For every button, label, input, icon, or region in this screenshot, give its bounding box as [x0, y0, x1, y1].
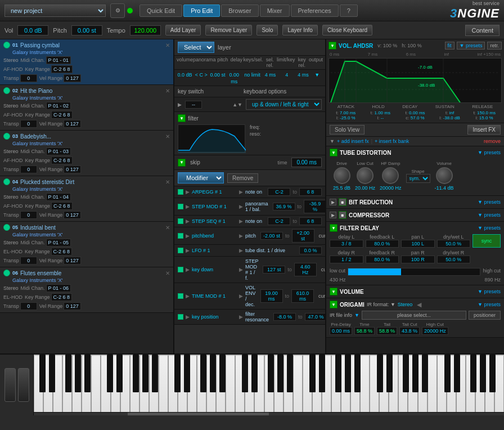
key-range-val[interactable]: C-2 6 8	[51, 156, 73, 164]
mod-from[interactable]: 36.9 %	[273, 203, 295, 210]
solo-view-btn[interactable]: Solo View	[330, 125, 364, 135]
key-range-val[interactable]: C-2 6 8	[51, 293, 73, 301]
inst-power-btn[interactable]	[3, 270, 10, 276]
instrument-item[interactable]: 04 Plucked stereistic Dirt ✕ Galaxy Inst…	[0, 176, 173, 222]
close-keyboard-btn[interactable]: Close Keyboard	[322, 25, 372, 35]
shape-select[interactable]: sym.	[406, 174, 430, 183]
white-key[interactable]	[274, 355, 284, 415]
orig-presets[interactable]: ▼ presets	[478, 302, 501, 307]
mod-to-val[interactable]: 6 8	[299, 217, 322, 225]
white-key[interactable]	[456, 355, 466, 415]
midi-chan-val[interactable]: P 01 - 03	[46, 147, 71, 155]
white-key[interactable]	[72, 355, 82, 415]
mod-led[interactable]	[178, 267, 183, 272]
white-key[interactable]	[303, 355, 312, 415]
fd-feedback-r-val[interactable]: 80.0 %	[366, 256, 399, 263]
white-key[interactable]	[187, 355, 197, 415]
inst-close-btn[interactable]: ✕	[165, 42, 170, 48]
midi-chan-val[interactable]: P 01 - 01	[46, 56, 71, 64]
white-key[interactable]	[206, 355, 216, 415]
mod-from[interactable]: C-2	[268, 188, 290, 196]
white-key[interactable]	[485, 355, 494, 415]
pedal-left[interactable]	[4, 368, 16, 402]
white-key[interactable]	[197, 355, 206, 415]
transp-val[interactable]: 0	[20, 211, 37, 219]
mod-from[interactable]: C-2	[268, 217, 290, 225]
white-key[interactable]	[111, 355, 120, 415]
white-key[interactable]	[360, 355, 370, 415]
white-key[interactable]	[216, 355, 226, 415]
tempo-value[interactable]: 120.000	[130, 25, 161, 35]
settings-icon[interactable]: ⚙	[110, 3, 125, 18]
tube-dist-presets[interactable]: ▼ presets	[478, 150, 501, 155]
white-key[interactable]	[178, 355, 187, 415]
remove-layer-btn[interactable]: Remove Layer	[205, 25, 252, 35]
project-select[interactable]: new project	[4, 5, 106, 17]
instrument-item[interactable]: 02 Hit the Piano ✕ Galaxy Instruments 'X…	[0, 85, 173, 131]
tab-mixer[interactable]: Mixer	[260, 5, 290, 17]
tab-pro-edit[interactable]: Pro Edit	[183, 5, 220, 17]
param-delay-val[interactable]: 0.00 ms	[226, 71, 242, 84]
vol-presets[interactable]: ▼ presets	[478, 289, 501, 294]
orig-time-val[interactable]: 58.8 %	[354, 327, 375, 335]
white-key[interactable]	[62, 355, 72, 415]
white-key[interactable]	[130, 355, 140, 415]
orig-tail-cut-val[interactable]: 43.8 %	[399, 327, 420, 335]
mod-from[interactable]: 19.00 ms	[260, 289, 283, 303]
bit-red-power[interactable]: ■	[339, 198, 346, 206]
kb-option-select[interactable]: up & down / left & right	[246, 99, 322, 110]
fd-drywet-r-val[interactable]: 50.0 %	[437, 256, 471, 263]
transp-val[interactable]: 0	[20, 302, 37, 310]
insert-fx-btn[interactable]: Insert FX	[467, 125, 501, 135]
white-key[interactable]	[322, 355, 331, 415]
midi-chan-val[interactable]: P 01 - 02	[46, 102, 71, 110]
white-key[interactable]	[398, 355, 408, 415]
fd-sync-btn[interactable]: sync	[472, 234, 501, 248]
mod-val[interactable]: 0.0 %	[299, 247, 322, 254]
vel-range-val[interactable]: 0 127	[64, 257, 81, 265]
key-range-val[interactable]: C-2 6 8	[51, 248, 73, 256]
pre-delay-val[interactable]: 0.00 ms	[330, 327, 352, 335]
mod-led[interactable]	[178, 189, 183, 195]
fd-pan-l-val[interactable]: 100 L	[401, 240, 435, 248]
insert-bank-btn[interactable]: + insert fx bank	[375, 138, 409, 144]
ir-down-arrow[interactable]: ▼	[354, 312, 359, 318]
fd-feedback-l-val[interactable]: 80.0 %	[366, 240, 399, 248]
modifier-select[interactable]: Modifier	[178, 172, 224, 183]
orig-high-cut-val[interactable]: 20000 Hz	[422, 327, 448, 335]
fd-toggle[interactable]: ▼	[330, 224, 338, 232]
mod-to-val[interactable]: -36.9 %	[304, 200, 326, 213]
white-key[interactable]	[264, 355, 274, 415]
fd-delay-l-val[interactable]: 3 / 8	[330, 240, 363, 248]
mod-from[interactable]: 127 st	[263, 266, 285, 274]
inst-power-btn[interactable]	[3, 178, 10, 185]
adsr-retr-btn[interactable]: retr.	[487, 42, 502, 50]
white-key[interactable]	[140, 355, 149, 415]
pedal-right[interactable]	[18, 368, 29, 402]
white-key[interactable]	[466, 355, 475, 415]
mod-led[interactable]	[178, 204, 183, 209]
orig-tail-val[interactable]: 58.8 %	[377, 327, 397, 335]
param-keysels-val[interactable]: no limit	[242, 71, 262, 84]
white-key[interactable]	[235, 355, 245, 415]
hf-damp-knob[interactable]	[382, 167, 399, 184]
fd-pan-r-val[interactable]: 100 R	[401, 256, 435, 263]
white-key[interactable]	[428, 355, 437, 415]
param-pitch-val[interactable]: 0.00 st	[209, 71, 226, 84]
param-output-val[interactable]: ▼	[312, 71, 323, 84]
inst-close-btn[interactable]: ✕	[165, 270, 170, 276]
tube-dist-toggle[interactable]: ▼	[330, 149, 338, 156]
piano-scrollbar[interactable]	[34, 412, 504, 415]
transp-val[interactable]: 0	[20, 120, 37, 128]
white-key[interactable]	[418, 355, 428, 415]
key-range-val[interactable]: C-2 6 8	[51, 65, 73, 73]
white-key[interactable]	[226, 355, 235, 415]
tab-help[interactable]: ?	[340, 5, 358, 17]
mod-from[interactable]: -8.0 %	[273, 313, 296, 321]
solo-btn[interactable]: Solo	[256, 25, 278, 35]
mod-to-val[interactable]: 610.0 ms	[291, 289, 314, 303]
white-key[interactable]	[34, 355, 43, 415]
white-key[interactable]	[341, 355, 350, 415]
fx-remove-btn[interactable]: remove	[484, 138, 501, 144]
fd-presets[interactable]: ▼ presets	[478, 225, 501, 231]
